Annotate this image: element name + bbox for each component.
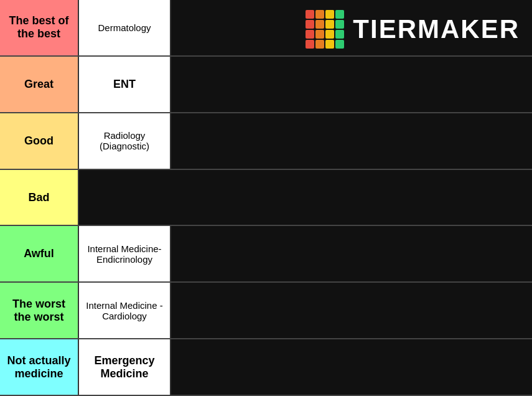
tier-label-bad: Bad xyxy=(0,170,78,225)
tier-item[interactable]: Internal Medicine- Endicrinology xyxy=(79,226,171,281)
tier-label-best: The best of the best xyxy=(0,0,78,55)
tier-items-bad xyxy=(78,170,532,225)
tier-label-great: Great xyxy=(0,57,78,112)
tier-empty-space xyxy=(171,113,532,169)
tier-empty-space xyxy=(171,57,532,112)
logo-wrapper: TiERMAKER xyxy=(306,10,520,49)
tier-item[interactable]: Emergency Medicine xyxy=(79,339,171,395)
tier-label-worst: The worst the worst xyxy=(0,283,78,338)
tier-items-not-medicine: Emergency Medicine xyxy=(78,339,532,395)
tier-row-worst: The worst the worstInternal Medicine - C… xyxy=(0,283,532,339)
tier-row-great: GreatENT xyxy=(0,57,532,113)
tier-item[interactable]: Dermatology xyxy=(79,0,171,55)
tier-row-good: GoodRadiology (Diagnostic) xyxy=(0,113,532,170)
logo-grid xyxy=(306,10,344,49)
tier-empty-space xyxy=(79,170,532,225)
tier-row-bad: Bad xyxy=(0,170,532,227)
tier-list: TiERMAKER The best of the bestDermatolog… xyxy=(0,0,532,396)
tier-empty-space xyxy=(171,339,532,395)
tier-item[interactable]: ENT xyxy=(79,57,171,112)
logo-text: TiERMAKER xyxy=(353,14,520,44)
tier-items-good: Radiology (Diagnostic) xyxy=(78,113,532,169)
tier-label-good: Good xyxy=(0,113,78,169)
tier-item[interactable]: Internal Medicine - Cardiology xyxy=(79,283,171,338)
tier-label-awful: Awful xyxy=(0,226,78,281)
tier-items-worst: Internal Medicine - Cardiology xyxy=(78,283,532,338)
tier-items-awful: Internal Medicine- Endicrinology xyxy=(78,226,532,281)
tier-item[interactable]: Radiology (Diagnostic) xyxy=(79,113,171,169)
tier-row-not-medicine: Not actually medicineEmergency Medicine xyxy=(0,339,532,396)
tier-empty-space xyxy=(171,283,532,338)
tier-label-not-medicine: Not actually medicine xyxy=(0,339,78,395)
tier-row-awful: AwfulInternal Medicine- Endicrinology xyxy=(0,226,532,283)
logo-area: TiERMAKER xyxy=(171,0,532,59)
tier-empty-space xyxy=(171,226,532,281)
tier-items-great: ENT xyxy=(78,57,532,112)
